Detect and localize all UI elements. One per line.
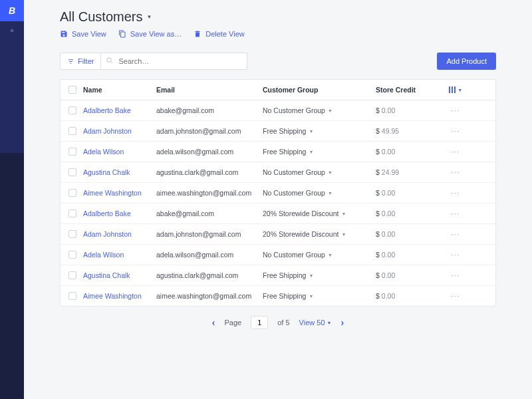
row-checkbox[interactable] <box>68 271 76 279</box>
customer-group-select[interactable]: Free Shipping▼ <box>263 292 376 300</box>
customer-name-link[interactable]: Adam Johnston <box>83 127 132 135</box>
row-checkbox[interactable] <box>68 127 76 135</box>
col-group[interactable]: Customer Group <box>263 86 376 94</box>
svg-point-3 <box>107 58 111 62</box>
trash-icon <box>194 30 201 38</box>
customer-email: agustina.clark@gmail.com <box>156 168 263 176</box>
delete-view-label: Delete View <box>205 30 245 38</box>
row-actions-button[interactable]: ··· <box>442 292 469 300</box>
customer-name-link[interactable]: Adela Wilson <box>83 251 124 259</box>
chevron-down-icon: ▼ <box>328 170 332 175</box>
col-email[interactable]: Email <box>156 86 263 94</box>
chevron-down-icon: ▼ <box>327 321 332 325</box>
customer-name-link[interactable]: Aimee Washington <box>83 292 142 300</box>
row-actions-button[interactable]: ··· <box>442 106 469 114</box>
search-input[interactable] <box>101 53 247 70</box>
store-credit: $0.00 <box>376 209 442 217</box>
row-actions-button[interactable]: ··· <box>442 189 469 197</box>
customer-group-select[interactable]: Free Shipping▼ <box>263 148 376 156</box>
col-credit[interactable]: Store Credit <box>376 86 442 94</box>
table-row: Adalberto Bakeabake@gmail.comNo Customer… <box>61 100 495 121</box>
row-checkbox[interactable] <box>68 189 76 197</box>
sidebar-spacer <box>0 153 24 399</box>
row-actions-button[interactable]: ··· <box>442 230 469 238</box>
filter-label: Filter <box>78 57 94 65</box>
page-next-button[interactable]: › <box>340 317 344 328</box>
row-checkbox[interactable] <box>68 230 76 238</box>
add-product-button[interactable]: Add Product <box>437 53 496 70</box>
customer-group-select[interactable]: No Customer Group▼ <box>263 251 376 259</box>
table-row: Aimee Washingtonaimee.washington@gmail.c… <box>61 183 495 203</box>
filter-icon <box>67 58 74 65</box>
page-prev-button[interactable]: ‹ <box>212 317 215 328</box>
table-body: Adalberto Bakeabake@gmail.comNo Customer… <box>61 100 495 306</box>
customer-group-select[interactable]: No Customer Group▼ <box>263 106 376 114</box>
row-actions-button[interactable]: ··· <box>442 209 469 217</box>
table-row: Adalberto Bakeabake@gmail.com20% Storewi… <box>61 203 495 224</box>
columns-icon <box>449 86 456 93</box>
toolbar: Filter Add Product <box>60 53 496 70</box>
row-checkbox[interactable] <box>68 106 76 114</box>
customer-email: adela.wilson@gmail.com <box>156 251 263 259</box>
page-of: of 5 <box>277 319 289 327</box>
row-actions-button[interactable]: ··· <box>442 251 469 259</box>
chevron-down-icon: ▼ <box>309 273 313 278</box>
customer-name-link[interactable]: Agustina Chalk <box>83 168 130 176</box>
title-dropdown-icon[interactable]: ▼ <box>146 14 152 20</box>
customer-name-link[interactable]: Adela Wilson <box>83 148 124 156</box>
expand-sidebar-icon[interactable]: » <box>10 27 14 34</box>
chevron-down-icon: ▼ <box>328 191 332 196</box>
row-checkbox[interactable] <box>68 168 76 176</box>
customer-group-select[interactable]: No Customer Group▼ <box>263 189 376 197</box>
customer-group-select[interactable]: No Customer Group▼ <box>263 168 376 176</box>
customer-group-select[interactable]: Free Shipping▼ <box>263 127 376 135</box>
save-view-label: Save View <box>72 30 106 38</box>
save-view-as-label: Save View as… <box>130 30 182 38</box>
store-credit: $0.00 <box>376 251 442 259</box>
row-actions-button[interactable]: ··· <box>442 168 469 176</box>
chevron-down-icon: ▼ <box>309 294 313 299</box>
save-view-as-button[interactable]: Save View as… <box>118 30 182 38</box>
table-row: Adela Wilsonadela.wilson@gmail.comFree S… <box>61 142 495 162</box>
customer-name-link[interactable]: Agustina Chalk <box>83 271 130 279</box>
row-actions-button[interactable]: ··· <box>442 271 469 279</box>
store-credit: $0.00 <box>376 292 442 300</box>
row-checkbox[interactable] <box>68 209 76 217</box>
chevron-down-icon: ▼ <box>309 150 313 154</box>
customer-name-link[interactable]: Adam Johnston <box>83 230 132 238</box>
customer-group-select[interactable]: 20% Storewide Discount▼ <box>263 209 376 217</box>
col-name[interactable]: Name <box>83 86 156 94</box>
customer-name-link[interactable]: Adalberto Bake <box>83 106 131 114</box>
row-checkbox[interactable] <box>68 292 76 300</box>
store-credit: $49.95 <box>376 127 442 135</box>
brand-logo-icon: B <box>0 0 24 21</box>
table-header: Name Email Customer Group Store Credit ▼ <box>61 80 495 100</box>
customer-group-select[interactable]: Free Shipping▼ <box>263 271 376 279</box>
customer-name-link[interactable]: Adalberto Bake <box>83 209 131 217</box>
page-input[interactable] <box>251 316 268 329</box>
row-actions-button[interactable]: ··· <box>442 127 469 135</box>
save-view-button[interactable]: Save View <box>60 30 106 38</box>
row-checkbox[interactable] <box>68 251 76 259</box>
customer-email: aimee.washington@gmail.com <box>156 189 263 197</box>
customer-email: agustina.clark@gmail.com <box>156 271 263 279</box>
row-actions-button[interactable]: ··· <box>442 148 469 156</box>
delete-view-button[interactable]: Delete View <box>194 30 245 38</box>
customer-email: adela.wilson@gmail.com <box>156 148 263 156</box>
page-size-select[interactable]: View 50 ▼ <box>299 319 332 327</box>
page-title: All Customers <box>60 9 142 25</box>
customer-name-link[interactable]: Aimee Washington <box>83 189 142 197</box>
customer-email: abake@gmail.com <box>156 106 263 114</box>
filter-button[interactable]: Filter <box>60 53 101 70</box>
chevron-down-icon: ▼ <box>328 253 332 257</box>
search-icon <box>106 57 113 65</box>
column-settings-button[interactable]: ▼ <box>442 86 469 93</box>
select-all-checkbox[interactable] <box>68 86 76 94</box>
search-wrap <box>101 53 247 70</box>
store-credit: $0.00 <box>376 189 442 197</box>
row-checkbox[interactable] <box>68 148 76 156</box>
table-row: Adam Johnstonadam.johnston@gmail.comFree… <box>61 121 495 142</box>
chevron-down-icon: ▼ <box>341 211 346 216</box>
customer-group-select[interactable]: 20% Storewide Discount▼ <box>263 230 376 238</box>
store-credit: $24.99 <box>376 168 442 176</box>
